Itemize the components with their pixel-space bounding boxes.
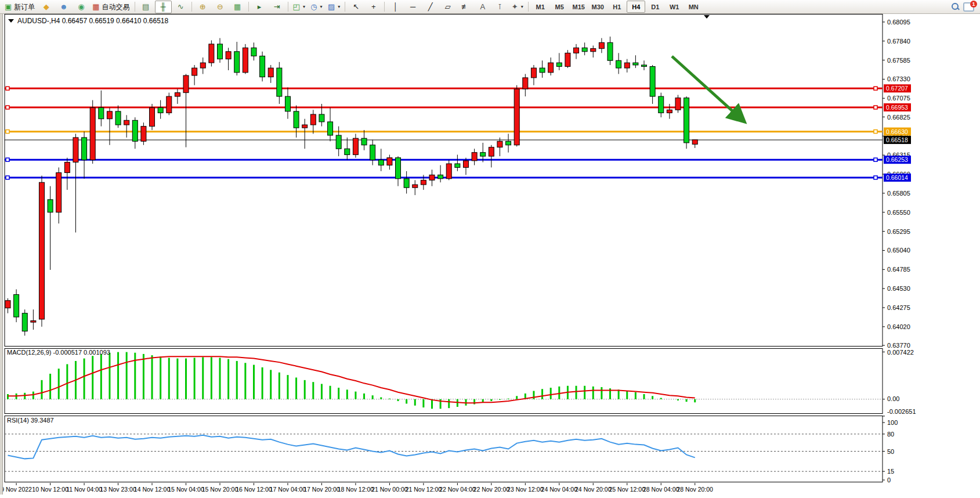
date-label: 23 Nov 12:00 bbox=[507, 486, 544, 493]
history-center-button[interactable]: ◆ bbox=[38, 1, 55, 13]
tile-windows-button[interactable]: ▦ bbox=[229, 1, 246, 13]
auto-scroll-icon: ▸ bbox=[258, 2, 262, 12]
autotrading-button[interactable]: ▦自动交易 bbox=[90, 1, 132, 13]
tile-windows-icon: ▦ bbox=[234, 2, 241, 12]
macd-axis-label: 0.00 bbox=[887, 395, 899, 402]
date-label: 14 Nov 12:00 bbox=[134, 486, 171, 493]
bar-chart-button[interactable]: ▤ bbox=[138, 1, 154, 13]
timeframe-button-m5[interactable]: M5 bbox=[550, 1, 569, 13]
cursor-button[interactable]: ↖ bbox=[348, 1, 364, 13]
hline-anchor[interactable] bbox=[874, 176, 877, 179]
price-axis-label: 0.65550 bbox=[887, 209, 910, 216]
new-order-button[interactable]: ▣新订单 bbox=[2, 1, 37, 13]
hline-anchor[interactable] bbox=[6, 176, 9, 179]
bar-chart-icon: ▤ bbox=[142, 2, 149, 12]
search-icon[interactable] bbox=[951, 2, 960, 11]
price-badge-label: 0.66518 bbox=[886, 136, 908, 143]
rsi-axis-label: 0 bbox=[887, 477, 891, 483]
timeframe-button-h4[interactable]: H4 bbox=[627, 1, 645, 13]
chart-shift-button[interactable]: ⇥ bbox=[269, 1, 285, 13]
candle bbox=[345, 149, 350, 154]
price-badge-label: 0.66953 bbox=[886, 104, 908, 111]
timeframe-button-m1[interactable]: M1 bbox=[531, 1, 549, 13]
candle bbox=[675, 98, 681, 110]
candle bbox=[336, 135, 341, 149]
price-axis-label: 0.67840 bbox=[887, 38, 910, 45]
candle bbox=[650, 67, 655, 97]
zoom-in-button[interactable]: ⊕ bbox=[194, 1, 211, 13]
candle bbox=[387, 158, 392, 165]
rsi-axis-label: 15 bbox=[887, 468, 894, 475]
horizontal-line-button[interactable]: ─ bbox=[404, 1, 421, 13]
hline-anchor[interactable] bbox=[874, 158, 877, 161]
zoom-out-button[interactable]: ⊖ bbox=[212, 1, 229, 13]
line-chart-button[interactable]: ∿ bbox=[172, 1, 189, 13]
trendline-button[interactable]: ╱ bbox=[422, 1, 439, 13]
arrows-button[interactable]: ✦▾ bbox=[509, 1, 526, 13]
price-badge-label: 0.66014 bbox=[886, 174, 908, 181]
date-label: 24 Nov 04:00 bbox=[541, 486, 578, 493]
timeframe-button-m15[interactable]: M15 bbox=[569, 1, 588, 13]
arrows-icon: ✦ bbox=[512, 2, 518, 12]
add-indicator-button[interactable]: ◰▾ bbox=[291, 1, 308, 13]
chevron-down-icon[interactable]: ▾ bbox=[338, 2, 340, 12]
timeframe-button-m30[interactable]: M30 bbox=[588, 1, 607, 13]
candle bbox=[218, 44, 223, 59]
date-label: 22 Nov 20:00 bbox=[473, 486, 510, 493]
channel-button[interactable]: ▱ bbox=[439, 1, 456, 13]
text-label-icon: ⊺ bbox=[498, 2, 502, 12]
candle bbox=[540, 68, 545, 73]
candle bbox=[446, 164, 451, 179]
template-button[interactable]: ▨▾ bbox=[326, 1, 342, 13]
candle bbox=[90, 107, 95, 160]
candle bbox=[302, 125, 308, 128]
candlestick-chart-button[interactable]: ╫ bbox=[155, 1, 172, 13]
hline-anchor[interactable] bbox=[6, 106, 9, 109]
chart-title: AUDUSD-,H4 0.66457 0.66519 0.66410 0.665… bbox=[17, 17, 169, 25]
price-badge-label: 0.66630 bbox=[886, 128, 908, 135]
candle bbox=[455, 164, 460, 167]
chevron-down-icon[interactable]: ▾ bbox=[521, 2, 523, 12]
text-label-button[interactable]: ⊺ bbox=[491, 1, 508, 13]
rsi-pane bbox=[5, 416, 883, 482]
candle bbox=[659, 96, 664, 113]
chevron-down-icon[interactable]: ▾ bbox=[320, 2, 323, 12]
text-button[interactable]: A bbox=[474, 1, 491, 13]
macd-label: MACD(12,26,9) -0.000517 0.001093 bbox=[7, 349, 110, 356]
signals-button[interactable]: ◉ bbox=[73, 1, 89, 13]
vertical-line-icon: │ bbox=[393, 2, 398, 12]
hline-anchor[interactable] bbox=[874, 86, 877, 90]
candle bbox=[124, 120, 129, 125]
candle bbox=[616, 60, 621, 68]
candle bbox=[353, 138, 358, 154]
fibonacci-button[interactable]: ≢ bbox=[457, 1, 473, 13]
timeframe-button-h1[interactable]: H1 bbox=[607, 1, 626, 13]
hline-anchor[interactable] bbox=[874, 130, 877, 133]
hline-anchor[interactable] bbox=[874, 106, 877, 109]
window-left-edge bbox=[0, 14, 3, 495]
candle bbox=[429, 175, 435, 180]
toolbar-separator bbox=[288, 2, 288, 12]
hline-anchor[interactable] bbox=[6, 158, 9, 161]
community-button[interactable]: ☻ bbox=[55, 1, 72, 13]
crosshair-button[interactable]: + bbox=[365, 1, 382, 13]
period-button[interactable]: ◷▾ bbox=[308, 1, 325, 13]
vertical-line-button[interactable]: │ bbox=[387, 1, 404, 13]
candle bbox=[209, 44, 214, 63]
candle bbox=[243, 48, 248, 73]
candle bbox=[607, 42, 613, 60]
timeframe-button-mn[interactable]: MN bbox=[684, 1, 703, 13]
timeframe-button-w1[interactable]: W1 bbox=[665, 1, 684, 13]
hline-anchor[interactable] bbox=[6, 130, 9, 133]
timeframe-button-d1[interactable]: D1 bbox=[646, 1, 664, 13]
toolbar-separator bbox=[345, 2, 345, 12]
chart-canvas[interactable]: 0.680950.678400.675850.673300.670750.668… bbox=[0, 14, 980, 498]
date-label: 21 Nov 12:00 bbox=[406, 486, 442, 493]
add-indicator-icon: ◰ bbox=[293, 2, 300, 12]
hline-anchor[interactable] bbox=[6, 86, 9, 90]
chat-icon[interactable]: 1 bbox=[963, 2, 974, 12]
auto-scroll-button[interactable]: ▸ bbox=[251, 1, 268, 13]
candle bbox=[582, 48, 587, 51]
chevron-down-icon[interactable]: ▾ bbox=[303, 2, 305, 12]
date-label: 16 Nov 12:00 bbox=[236, 486, 272, 493]
